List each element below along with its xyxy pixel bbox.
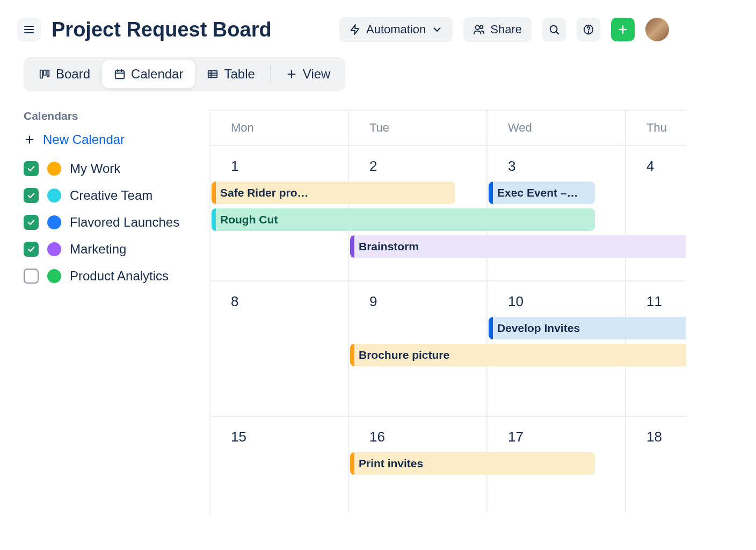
new-calendar-label: New Calendar: [43, 132, 125, 147]
event-label: Rough Cut: [220, 213, 278, 226]
add-button[interactable]: [611, 18, 635, 41]
calendar-color-dot: [47, 242, 61, 256]
checkbox[interactable]: [24, 269, 39, 284]
calendar-day-cell[interactable]: 15: [210, 417, 349, 512]
tab-add-view[interactable]: View: [274, 60, 343, 88]
calendar-filter-item[interactable]: Creative Team: [24, 188, 197, 203]
automation-button[interactable]: Automation: [339, 17, 453, 42]
people-icon: [473, 24, 485, 35]
calendar-filter-label: My Work: [70, 161, 120, 176]
automation-label: Automation: [366, 23, 426, 37]
checkbox[interactable]: [24, 215, 39, 230]
checkbox[interactable]: [24, 242, 39, 257]
table-icon: [207, 68, 219, 80]
event-color-stripe: [489, 317, 493, 339]
event-label: Exec Event –…: [497, 186, 578, 199]
search-icon: [548, 24, 560, 35]
event-color-stripe: [350, 452, 354, 475]
calendar-color-dot: [47, 215, 61, 229]
day-header: Thu: [626, 111, 686, 145]
event-label: Brainstorm: [359, 240, 419, 253]
calendar-grid: MonTueWedThu 1234Safe Rider pro…Exec Eve…: [209, 110, 686, 516]
share-button[interactable]: Share: [463, 17, 532, 42]
calendar-color-dot: [47, 269, 61, 283]
calendar-event[interactable]: Exec Event –…: [489, 182, 595, 204]
checkbox[interactable]: [24, 161, 39, 176]
svg-point-4: [476, 26, 479, 30]
event-label: Print invites: [359, 457, 423, 470]
calendar-color-dot: [47, 162, 61, 176]
help-button[interactable]: [577, 18, 600, 41]
event-label: Brochure picture: [359, 349, 449, 361]
checkbox[interactable]: [24, 188, 39, 203]
svg-rect-13: [43, 70, 46, 75]
calendar-filter-item[interactable]: Marketing: [24, 242, 197, 257]
chevron-down-icon: [431, 24, 443, 35]
calendar-filter-item[interactable]: My Work: [24, 161, 197, 176]
calendar-week-row: 891011Develop InvitesBrochure picture: [210, 280, 686, 416]
svg-rect-15: [115, 71, 125, 79]
share-label: Share: [490, 23, 522, 37]
tab-calendar[interactable]: Calendar: [102, 60, 195, 88]
board-icon: [39, 68, 50, 80]
svg-rect-14: [47, 70, 49, 77]
event-color-stripe: [212, 182, 216, 204]
tab-board-label: Board: [56, 67, 90, 82]
calendar-day-cell[interactable]: 8: [210, 281, 349, 416]
day-header: Wed: [488, 111, 626, 145]
event-color-stripe: [350, 235, 354, 258]
event-label: Develop Invites: [497, 322, 580, 335]
calendar-filter-label: Product Analytics: [70, 269, 169, 284]
event-color-stripe: [212, 208, 216, 231]
tab-board[interactable]: Board: [27, 60, 102, 88]
event-color-stripe: [489, 182, 493, 204]
tab-table-label: Table: [224, 67, 255, 82]
plus-icon: [24, 134, 35, 146]
user-avatar[interactable]: [645, 18, 669, 41]
tab-calendar-label: Calendar: [131, 67, 183, 82]
view-tabs: Board Calendar Table View: [24, 57, 345, 91]
svg-point-9: [588, 32, 588, 32]
calendar-event[interactable]: Brainstorm: [350, 235, 686, 258]
tab-table[interactable]: Table: [195, 60, 266, 88]
main-menu-button[interactable]: [17, 18, 41, 41]
calendar-event[interactable]: Safe Rider pro…: [212, 182, 455, 204]
svg-rect-12: [40, 70, 43, 78]
svg-point-5: [480, 26, 483, 29]
calendar-filter-label: Marketing: [70, 242, 126, 257]
calendar-day-cell[interactable]: 4: [626, 146, 686, 280]
svg-rect-19: [208, 71, 217, 78]
event-label: Safe Rider pro…: [220, 186, 309, 199]
check-icon: [26, 164, 36, 173]
check-icon: [26, 244, 36, 254]
calendar-filter-label: Flavored Launches: [70, 215, 179, 230]
svg-line-7: [556, 32, 559, 34]
search-button[interactable]: [542, 18, 566, 41]
calendar-event[interactable]: Rough Cut: [212, 208, 595, 231]
sidebar-heading: Calendars: [24, 110, 197, 122]
plus-icon: [617, 24, 629, 35]
new-calendar-button[interactable]: New Calendar: [24, 132, 197, 147]
calendar-filter-label: Creative Team: [70, 188, 152, 203]
calendar-event[interactable]: Print invites: [350, 452, 595, 475]
event-color-stripe: [350, 344, 354, 366]
page-title: Project Request Board: [52, 18, 272, 41]
calendars-sidebar: Calendars New Calendar My WorkCreative T…: [0, 110, 209, 516]
check-icon: [26, 218, 36, 227]
day-header: Mon: [210, 111, 349, 145]
svg-marker-3: [351, 25, 359, 34]
calendar-icon: [114, 68, 126, 80]
help-icon: [583, 24, 594, 35]
calendar-filter-item[interactable]: Flavored Launches: [24, 215, 197, 230]
calendar-event[interactable]: Brochure picture: [350, 344, 686, 366]
calendar-week-row: 1234Safe Rider pro…Exec Event –…Rough Cu…: [210, 145, 686, 280]
calendar-day-cell[interactable]: 18: [626, 417, 686, 512]
tab-view-label: View: [303, 67, 331, 82]
hamburger-icon: [23, 23, 35, 36]
calendar-color-dot: [47, 189, 61, 202]
check-icon: [26, 191, 36, 200]
calendar-event[interactable]: Develop Invites: [489, 317, 686, 339]
calendar-week-row: 15161718Print invites: [210, 416, 686, 512]
calendar-filter-item[interactable]: Product Analytics: [24, 269, 197, 284]
bolt-icon: [349, 24, 361, 35]
